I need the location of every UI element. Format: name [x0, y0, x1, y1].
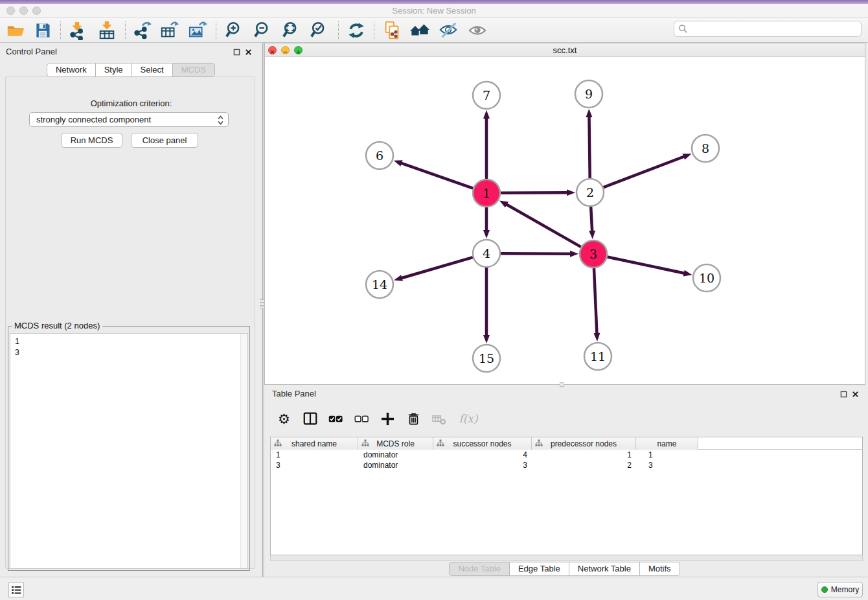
import-table-button[interactable]: [97, 20, 117, 41]
select-all-columns-button[interactable]: [328, 411, 344, 427]
show-columns-button[interactable]: [302, 411, 318, 427]
node-label: 9: [585, 87, 593, 101]
table-cell[interactable]: 3: [433, 460, 532, 470]
table-hscrollbar[interactable]: [270, 555, 863, 561]
window-title: Session: New Session: [0, 6, 868, 16]
criterion-select[interactable]: strongly connected component: [29, 112, 229, 127]
close-panel-button[interactable]: Close panel: [131, 133, 198, 148]
graph-edge-3-11[interactable]: [594, 268, 597, 334]
refresh-button[interactable]: [346, 20, 367, 41]
graph-edge-1-2[interactable]: [501, 192, 567, 193]
export-table-button[interactable]: [159, 20, 180, 41]
graph-node-2[interactable]: 2: [577, 179, 604, 206]
graph-node-3[interactable]: 3: [580, 240, 607, 268]
column-header-name[interactable]: name: [636, 437, 698, 450]
table-cell[interactable]: 3: [636, 460, 698, 470]
zoom-out-button[interactable]: [253, 20, 273, 41]
splitter-grip[interactable]: [260, 299, 264, 309]
tab-network[interactable]: Network: [47, 63, 96, 77]
graph-node-15[interactable]: 15: [473, 345, 500, 372]
graph-edge-4-14[interactable]: [402, 257, 473, 278]
graph-edge-2-3[interactable]: [591, 207, 592, 231]
network-canvas[interactable]: 7968124314101511: [265, 57, 865, 384]
float-panel-icon[interactable]: [232, 47, 241, 56]
open-file-button[interactable]: [5, 20, 26, 41]
export-image-button[interactable]: [188, 20, 209, 41]
table-row[interactable]: 1dominator411: [271, 450, 862, 460]
tab-network-table[interactable]: Network Table: [569, 562, 640, 576]
graph-edge-4-3[interactable]: [501, 253, 571, 254]
graph-edge-3-1[interactable]: [506, 204, 580, 247]
column-label: successor nodes: [453, 439, 511, 448]
graph-arrowhead-4-14: [394, 275, 403, 281]
zoom-in-button[interactable]: [224, 20, 245, 41]
save-session-button[interactable]: [32, 20, 53, 41]
graph-arrowhead-2-8: [683, 154, 692, 159]
graph-node-9[interactable]: 9: [575, 80, 602, 108]
close-table-panel-icon[interactable]: [851, 389, 860, 398]
column-header-mcds-role[interactable]: MCDS role: [358, 437, 433, 450]
delete-table-button: [431, 411, 448, 427]
table-body: 1dominator4113dominator323: [271, 450, 862, 470]
run-mcds-button[interactable]: Run MCDS: [61, 133, 122, 148]
graph-edge-2-9[interactable]: [589, 117, 589, 178]
import-network-button[interactable]: [67, 20, 87, 41]
table-cell[interactable]: 2: [532, 460, 636, 470]
mcds-result-textarea[interactable]: 13: [10, 333, 248, 569]
table-cell[interactable]: 3: [271, 460, 358, 470]
graph-node-4[interactable]: 4: [473, 240, 500, 267]
float-table-panel-icon[interactable]: [839, 389, 848, 398]
tab-edge-table[interactable]: Edge Table: [509, 562, 569, 576]
node-label: 6: [376, 148, 383, 163]
tab-select[interactable]: Select: [131, 63, 173, 77]
table-cell[interactable]: dominator: [358, 460, 433, 470]
column-header-predecessor-nodes[interactable]: predecessor nodes: [532, 437, 636, 450]
table-row[interactable]: 3dominator323: [271, 460, 862, 470]
graph-node-7[interactable]: 7: [473, 82, 500, 109]
table-toolbar: ⚙ f(x): [276, 404, 479, 433]
plus-icon: [380, 411, 395, 426]
memory-button[interactable]: Memory: [817, 582, 863, 597]
home-networks-button[interactable]: [409, 20, 430, 41]
show-all-button[interactable]: [467, 20, 488, 41]
table-cell[interactable]: 4: [433, 450, 532, 460]
close-panel-icon[interactable]: [244, 47, 253, 56]
graph-edge-1-6[interactable]: [401, 163, 473, 189]
tab-motifs[interactable]: Motifs: [639, 562, 680, 576]
table-cell[interactable]: 1: [271, 450, 358, 460]
hierarchy-icon: [274, 439, 282, 447]
result-scrollbar[interactable]: [240, 334, 247, 568]
graph-node-8[interactable]: 8: [692, 135, 719, 162]
graph-node-1[interactable]: 1: [473, 179, 500, 207]
export-network-button[interactable]: [131, 20, 152, 41]
deselect-all-columns-button[interactable]: [354, 411, 370, 427]
tab-node-table[interactable]: Node Table: [449, 562, 510, 576]
graph-node-11[interactable]: 11: [584, 343, 611, 370]
search-input[interactable]: [674, 21, 862, 37]
column-header-successor-nodes[interactable]: successor nodes: [433, 437, 532, 450]
delete-column-button[interactable]: [405, 411, 422, 427]
task-history-button[interactable]: [8, 583, 24, 597]
horizontal-splitter-grip[interactable]: [560, 382, 564, 387]
table-cell[interactable]: 1: [636, 450, 698, 460]
table-cell[interactable]: dominator: [358, 450, 433, 460]
node-label: 7: [483, 88, 490, 102]
table-settings-button[interactable]: ⚙: [276, 411, 292, 427]
hide-selected-button[interactable]: [438, 20, 459, 41]
graph-edge-2-8[interactable]: [604, 156, 685, 187]
deselect-all-icon: [354, 411, 369, 426]
create-column-button[interactable]: [380, 411, 396, 427]
graph-node-10[interactable]: 10: [693, 264, 720, 292]
clone-network-button[interactable]: [382, 20, 402, 41]
tab-style[interactable]: Style: [95, 63, 132, 77]
graph-edge-3-10[interactable]: [608, 257, 685, 273]
graph-node-14[interactable]: 14: [366, 271, 393, 298]
control-panel-header: Control Panel: [0, 45, 262, 58]
graph-node-6[interactable]: 6: [366, 142, 393, 169]
table-cell[interactable]: 1: [532, 450, 636, 460]
column-header-shared-name[interactable]: shared name: [271, 437, 358, 450]
fit-content-button[interactable]: [281, 20, 302, 41]
zoom-selected-button[interactable]: [309, 20, 330, 41]
node-label: 15: [479, 351, 494, 365]
tab-mcds[interactable]: MCDS: [172, 63, 215, 77]
